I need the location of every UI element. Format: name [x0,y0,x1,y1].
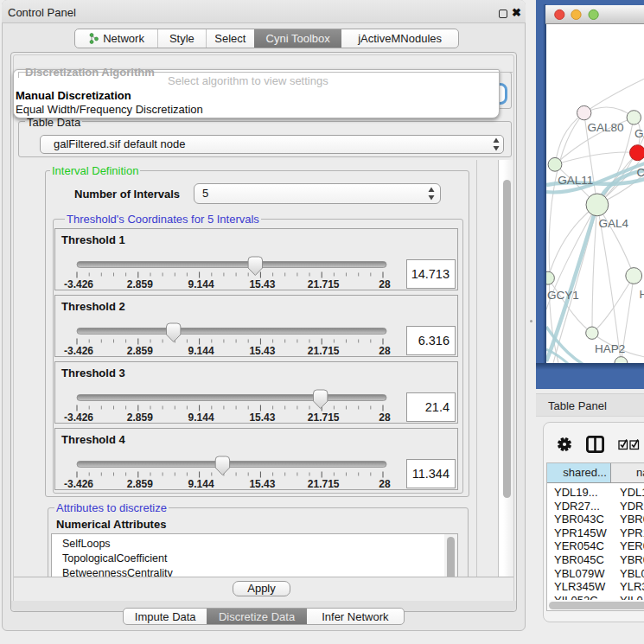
svg-text:-3.426: -3.426 [64,478,93,490]
svg-text:15.43: 15.43 [249,478,275,490]
svg-text:-3.426: -3.426 [64,278,93,290]
svg-text:15.43: 15.43 [249,278,275,290]
svg-text:28: 28 [379,478,391,490]
svg-text:15.43: 15.43 [249,411,275,424]
svg-text:GAL80: GAL80 [587,120,623,133]
svg-text:GAL11: GAL11 [558,174,593,187]
svg-text:28: 28 [379,345,391,357]
svg-text:GAL4: GAL4 [598,216,628,229]
svg-text:28: 28 [379,411,391,424]
svg-text:HAP2: HAP2 [594,342,624,355]
svg-text:9.144: 9.144 [188,411,214,424]
svg-text:2.859: 2.859 [127,411,153,424]
svg-text:28: 28 [379,278,391,290]
svg-text:2.859: 2.859 [127,478,153,490]
svg-text:C: C [636,166,644,179]
svg-text:2.859: 2.859 [127,278,153,290]
svg-text:2.859: 2.859 [127,345,153,357]
svg-text:21.715: 21.715 [308,345,340,357]
svg-text:H: H [639,288,644,301]
svg-text:9.144: 9.144 [188,278,214,290]
svg-text:9.144: 9.144 [188,478,214,490]
svg-text:21.715: 21.715 [308,278,340,290]
svg-text:21.715: 21.715 [308,411,340,424]
svg-text:21.715: 21.715 [308,478,340,490]
svg-text:GCY1: GCY1 [547,289,579,302]
svg-text:-3.426: -3.426 [64,411,93,424]
svg-text:9.144: 9.144 [188,345,214,357]
svg-text:-3.426: -3.426 [64,345,93,357]
svg-text:GA: GA [634,126,644,139]
svg-text:15.43: 15.43 [249,345,275,357]
